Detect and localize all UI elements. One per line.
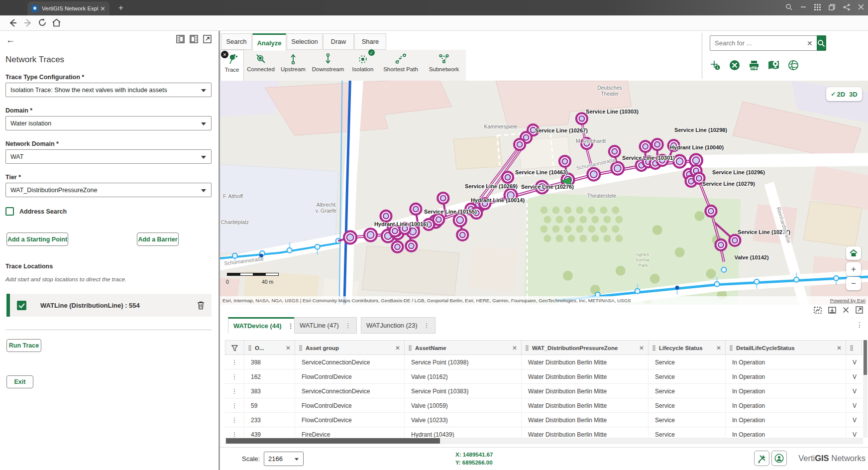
delete-location-icon[interactable] [197, 301, 205, 310]
table-tab-watjunction[interactable]: WATJunction (23)⋮ [361, 317, 435, 334]
drag-handle-icon[interactable] [730, 345, 733, 351]
map-water-node[interactable] [635, 289, 640, 294]
home-icon[interactable] [52, 18, 61, 27]
remove-column-icon[interactable]: ✕ [639, 345, 644, 352]
back-icon[interactable] [8, 18, 18, 28]
close-window-icon[interactable] [858, 4, 864, 10]
remove-column-icon[interactable]: ✕ [837, 345, 842, 352]
remove-column-icon[interactable]: ✕ [286, 345, 291, 352]
zoom-tool-icon[interactable] [785, 3, 792, 10]
tab-kebab-icon[interactable]: ⋮ [345, 322, 351, 329]
drag-handle-icon[interactable] [299, 345, 302, 351]
run-trace-button[interactable]: Run Trace [6, 339, 41, 352]
reload-icon[interactable] [38, 18, 47, 27]
apps-grid-icon[interactable] [814, 4, 821, 10]
drag-handle-icon[interactable] [850, 345, 853, 351]
zoom-in-button[interactable]: + [846, 262, 861, 276]
row-menu-icon[interactable]: ⋮ [225, 369, 244, 384]
toggle-3d[interactable]: 3D [849, 91, 858, 98]
map-water-node[interactable] [714, 282, 719, 287]
restore-window-icon[interactable] [829, 4, 835, 10]
zoom-to-results-icon[interactable] [814, 307, 822, 314]
row-menu-icon[interactable]: ⋮ [225, 427, 244, 438]
tool-downstream[interactable]: Downstream [309, 50, 347, 81]
dock-panel-left-icon[interactable] [176, 35, 185, 43]
tab-selection[interactable]: Selection [287, 33, 323, 50]
table-menu-icon[interactable]: ⋮ [856, 321, 863, 329]
exit-button[interactable]: Exit [6, 375, 33, 388]
tool-upstream[interactable]: Upstream [278, 50, 309, 81]
tool-trace[interactable]: ✕ Trace [220, 50, 244, 81]
tool-connected[interactable]: Connected [244, 50, 278, 81]
tab-search[interactable]: Search [221, 33, 252, 50]
map-water-node[interactable] [794, 277, 799, 282]
map-water-node[interactable] [721, 267, 726, 272]
drag-handle-icon[interactable] [526, 345, 529, 351]
open-table-window-icon[interactable] [856, 306, 863, 314]
remove-column-icon[interactable]: ✕ [716, 345, 721, 352]
zoom-out-button[interactable]: − [846, 277, 861, 290]
add-starting-point-button[interactable]: Add a Starting Point [6, 233, 68, 246]
row-menu-icon[interactable]: ⋮ [225, 413, 244, 427]
table-horizontal-scrollbar[interactable] [225, 438, 863, 444]
table-row[interactable]: ⋮398ServiceConnectionDeviceService Point… [225, 355, 862, 369]
tier-select[interactable]: WAT_DistributionPressureZone [5, 183, 212, 197]
close-table-icon[interactable] [843, 307, 849, 313]
trace-type-select[interactable]: Isolation Trace: Show the next valves wi… [5, 83, 212, 97]
filter-column-header[interactable] [225, 341, 244, 355]
minimize-icon[interactable] [800, 4, 806, 10]
table-tab-watdevice[interactable]: WATDevice (44)⋮ [228, 317, 300, 334]
search-input[interactable] [710, 39, 802, 47]
map-water-node[interactable] [754, 279, 759, 284]
tab-kebab-icon[interactable]: ⋮ [288, 322, 294, 330]
map-water-node[interactable] [287, 248, 292, 253]
user-button[interactable] [771, 451, 787, 466]
panel-back-button[interactable]: ← [6, 35, 15, 45]
column-header-asset-group[interactable]: Asset group✕ [295, 341, 404, 355]
map-2d-3d-toggle[interactable]: ✓ 2D 3D [826, 87, 862, 101]
table-vertical-scrollbar[interactable] [863, 340, 868, 438]
row-menu-icon[interactable]: ⋮ [225, 384, 244, 398]
scale-select[interactable]: 2166 [264, 452, 304, 466]
row-menu-icon[interactable]: ⋮ [225, 398, 244, 413]
map-water-node[interactable] [315, 244, 320, 249]
identify-icon[interactable]: i [710, 60, 721, 71]
drag-handle-icon[interactable] [409, 345, 412, 351]
drag-handle-icon[interactable] [248, 345, 251, 351]
column-header-lifecycle[interactable]: Lifecycle Status✕ [648, 341, 725, 355]
map-water-node[interactable] [834, 276, 839, 281]
open-in-window-icon[interactable] [203, 35, 212, 43]
tab-kebab-icon[interactable]: ⋮ [424, 322, 430, 329]
tab-close-icon[interactable]: ✕ [100, 5, 106, 12]
add-barrier-button[interactable]: Add a Barrier [137, 233, 179, 246]
drag-handle-icon[interactable] [652, 345, 655, 351]
map-location-icon[interactable] [768, 60, 779, 71]
tool-isolation[interactable]: ✓ Isolation [347, 50, 378, 81]
row-menu-icon[interactable]: ⋮ [225, 355, 244, 369]
address-search-checkbox[interactable] [5, 207, 14, 216]
dock-panel-right-icon[interactable] [190, 35, 198, 43]
remove-column-icon[interactable]: ✕ [512, 345, 517, 352]
location-checkbox[interactable] [17, 301, 26, 310]
table-row[interactable]: ⋮59FlowControlDeviceValve (10059)Water D… [225, 398, 862, 413]
table-row[interactable]: ⋮233FlowControlDeviceValve (10233)Water … [225, 413, 862, 427]
print-icon[interactable] [749, 60, 760, 71]
browser-tab[interactable]: VertiGIS Network Explorer ✕ [27, 1, 109, 15]
share-session-icon[interactable] [843, 4, 850, 10]
column-header-pressure-zone[interactable]: WAT_DistributionPressureZone✕ [521, 341, 648, 355]
tab-analyze[interactable]: Analyze [252, 33, 286, 51]
powered-by-esri[interactable]: Powered by Esri [830, 298, 866, 303]
tool-subnetwork[interactable]: Subnetwork [423, 50, 465, 81]
tool-shortest-path[interactable]: Shortest Path [378, 50, 423, 81]
network-domain-select[interactable]: WAT [5, 149, 212, 164]
new-tab-button[interactable]: + [118, 3, 123, 13]
trace-location-item[interactable]: WATLine (DistributionLine) : 554 [6, 294, 212, 317]
clear-results-icon[interactable] [729, 60, 740, 71]
column-header-assetname[interactable]: AssetName✕ [404, 341, 521, 355]
table-row[interactable]: ⋮439FireDeviceHydrant (10439)Water Distr… [225, 427, 862, 438]
column-header-objectid[interactable]: O...✕ [244, 341, 295, 355]
basemap-globe-icon[interactable] [788, 60, 799, 71]
search-button[interactable] [817, 35, 826, 51]
column-header-partial[interactable] [846, 341, 862, 355]
trace-cancel-badge[interactable]: ✕ [221, 51, 228, 58]
